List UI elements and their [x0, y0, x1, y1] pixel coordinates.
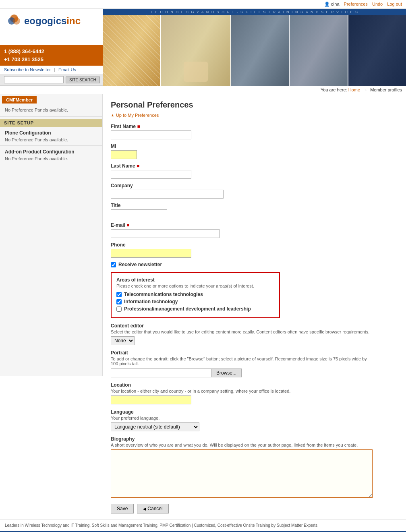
- undo-link[interactable]: Undo: [372, 2, 383, 6]
- language-desc: Your preferred language.: [111, 416, 398, 420]
- first-name-input[interactable]: [111, 130, 191, 139]
- mi-input[interactable]: [111, 150, 137, 159]
- areas-title: Areas of interest: [116, 277, 274, 283]
- last-name-label: Last Name ■: [111, 163, 398, 169]
- banner: [103, 15, 406, 86]
- banner-img-4: [290, 15, 348, 86]
- logo-text-eo: eogogics: [24, 15, 66, 26]
- title-input[interactable]: [111, 209, 167, 218]
- preferences-link[interactable]: Preferences: [344, 2, 368, 6]
- first-name-label: First Name ■: [111, 124, 398, 129]
- content-editor-desc: Select the editor that you would like to…: [111, 329, 398, 334]
- area2-checkbox[interactable]: [116, 299, 122, 304]
- title-label: Title: [111, 203, 398, 208]
- cancel-button[interactable]: ◀ Cancel: [137, 504, 168, 513]
- banner-img-1: [103, 15, 161, 86]
- first-name-group: First Name ■: [111, 124, 398, 139]
- logo-text-inc: inc: [66, 15, 81, 26]
- logout-link[interactable]: Log out: [387, 2, 402, 6]
- biography-textarea[interactable]: [111, 449, 373, 498]
- main-layout: CMFMember No Preference Panels available…: [0, 94, 406, 520]
- banner-img-5: [348, 15, 406, 86]
- contact-bar: 1 (888) 364-6442 +1 703 281 3525: [0, 45, 103, 66]
- content-editor-group: Content editor Select the editor that yo…: [111, 323, 398, 345]
- email-label: E-mail ■: [111, 222, 398, 228]
- portrait-section: Portrait To add or change the portrait: …: [111, 350, 398, 377]
- area1-checkbox[interactable]: [116, 292, 122, 297]
- mi-group: MI: [111, 143, 398, 159]
- area3-checkbox[interactable]: [116, 306, 122, 312]
- plone-config-title: Plone Configuration: [5, 130, 97, 136]
- sidebar-no-panels-1: No Preference Panels available.: [0, 104, 102, 117]
- breadcrumb-home[interactable]: Home: [348, 87, 360, 92]
- location-desc: Your location - either city and country …: [111, 389, 398, 393]
- portrait-path-input[interactable]: [111, 368, 211, 377]
- location-group: Location Your location - either city and…: [111, 382, 398, 404]
- portrait-browse-row: Browse...: [111, 368, 398, 377]
- language-select[interactable]: Language neutral (site default): [111, 422, 199, 431]
- email-group: E-mail ■: [111, 222, 398, 238]
- area1-label: Telecommunications technologies: [124, 292, 203, 297]
- location-input[interactable]: [111, 395, 191, 404]
- editor-select[interactable]: None: [111, 336, 135, 345]
- area3-label: Professional/management development and …: [124, 306, 251, 312]
- newsletter-group: Receive newsletter: [111, 262, 398, 267]
- page-title: Personal Preferences: [111, 100, 398, 110]
- title-group: Title: [111, 203, 398, 218]
- sidebar: CMFMember No Preference Panels available…: [0, 94, 103, 376]
- language-title: Language: [111, 409, 398, 415]
- subscribe-link[interactable]: Subscribe to Newsletter: [4, 67, 51, 72]
- company-input[interactable]: [111, 190, 224, 199]
- biography-group: Biography A short overview of who you ar…: [111, 436, 398, 499]
- tagline-bar: T E C H N O L O G Y A N D S O F T - S K …: [103, 9, 406, 15]
- addon-no-panels: No Preference Panels available.: [5, 156, 97, 161]
- phone-group: Phone: [111, 242, 398, 258]
- content-editor-title: Content editor: [111, 323, 398, 329]
- mi-label: MI: [111, 143, 398, 149]
- user-icon: 👤: [324, 2, 330, 6]
- addon-config-section: Add-on Product Configuration No Preferen…: [0, 146, 102, 164]
- email-us-link[interactable]: Email Us: [58, 67, 76, 72]
- back-link[interactable]: ▲ Up to My Preferences: [111, 113, 398, 118]
- portrait-title: Portrait: [111, 350, 398, 356]
- newsletter-checkbox[interactable]: [111, 262, 116, 267]
- plone-no-panels: No Preference Panels available.: [5, 137, 97, 142]
- area1-row: Telecommunications technologies: [116, 292, 274, 297]
- area2-row: Information technology: [116, 299, 274, 304]
- banner-img-3: [231, 15, 290, 86]
- top-bar: 👤 olha Preferences Undo Log out: [0, 0, 406, 9]
- breadcrumb: You are here: Home → Member profiles: [0, 86, 406, 94]
- search-input[interactable]: [4, 76, 64, 83]
- area3-row: Professional/management development and …: [116, 306, 274, 312]
- biography-desc: A short overview of who you are and what…: [111, 443, 373, 447]
- phone-label: Phone: [111, 242, 398, 248]
- company-label: Company: [111, 183, 398, 188]
- language-group: Language Your preferred language. Langua…: [111, 409, 398, 431]
- location-title: Location: [111, 382, 398, 388]
- last-name-group: Last Name ■: [111, 163, 398, 179]
- save-button[interactable]: Save: [111, 504, 134, 513]
- plone-config-section: Plone Configuration No Preference Panels…: [0, 127, 102, 146]
- banner-img-2: [161, 15, 231, 86]
- browse-button[interactable]: Browse...: [211, 368, 242, 377]
- newsletter-label: Receive newsletter: [118, 262, 162, 267]
- logo-icon: [6, 13, 22, 29]
- breadcrumb-current: Member profiles: [370, 87, 402, 92]
- areas-of-interest-box: Areas of interest Please check one or mo…: [111, 272, 280, 318]
- content-area: Personal Preferences ▲ Up to My Preferen…: [103, 94, 406, 520]
- addon-config-title: Add-on Product Configuration: [5, 149, 97, 155]
- phone-input[interactable]: [111, 249, 191, 258]
- search-bar: SITE SEARCH: [0, 74, 103, 86]
- form-buttons: Save ◀ Cancel: [111, 504, 398, 513]
- user-name: 👤 olha: [324, 2, 341, 6]
- company-group: Company: [111, 183, 398, 199]
- email-input[interactable]: [111, 229, 220, 238]
- biography-title: Biography: [111, 436, 398, 442]
- footer-tagline: Leaders in Wireless Technology and IT Tr…: [0, 520, 406, 531]
- logo-area: eogogicsinc: [0, 9, 103, 45]
- area2-label: Information technology: [124, 299, 178, 304]
- search-button[interactable]: SITE SEARCH: [66, 77, 100, 83]
- svg-point-2: [13, 17, 20, 25]
- areas-desc: Please check one or more options to indi…: [116, 284, 274, 288]
- last-name-input[interactable]: [111, 170, 191, 179]
